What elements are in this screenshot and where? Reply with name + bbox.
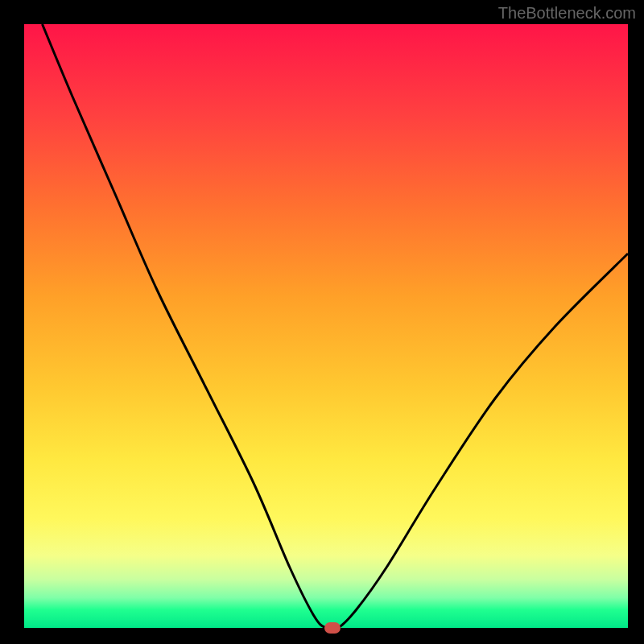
- watermark-text: TheBottleneck.com: [498, 4, 636, 23]
- chart-plot-area: [24, 24, 628, 628]
- optimal-point-marker: [324, 622, 341, 634]
- chart-curve: [24, 24, 628, 628]
